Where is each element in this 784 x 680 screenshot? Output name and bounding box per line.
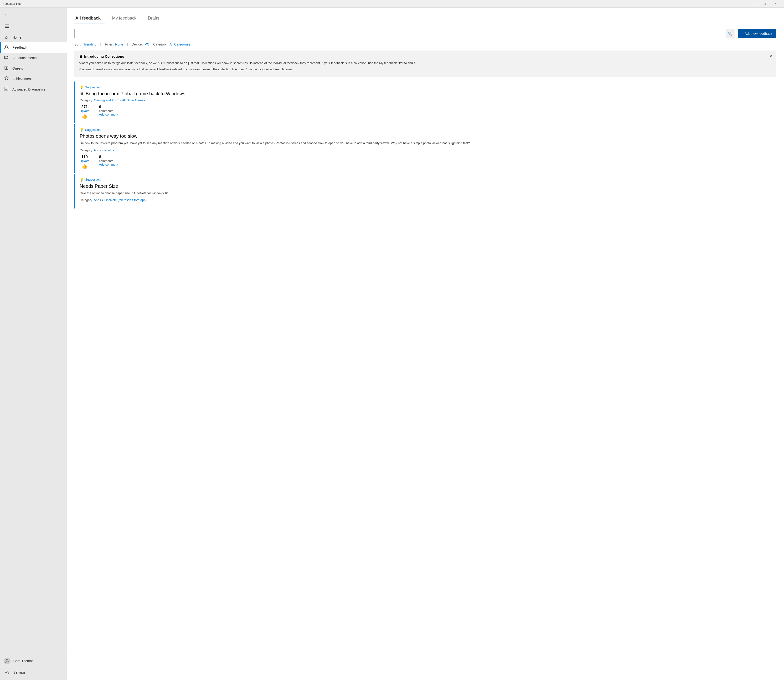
feedback-icon (4, 44, 9, 50)
banner-text-1: A lot of you asked us to merge duplicate… (79, 61, 772, 66)
feedback-actions: 271 Upvote 👍 6 comments Add comment (80, 105, 776, 119)
tab-drafts[interactable]: Drafts (147, 13, 164, 24)
add-comment-link[interactable]: Add comment (99, 163, 118, 166)
upvote-link[interactable]: Upvote (80, 109, 90, 113)
user-profile-item[interactable]: Cora Thomas (0, 655, 67, 667)
svg-point-0 (5, 45, 7, 47)
feedback-category: Category Apps > Photos (80, 148, 776, 152)
home-icon: ⌂ (4, 35, 9, 40)
settings-label: Settings (13, 671, 25, 674)
sort-label: Sort: (74, 42, 82, 46)
upvote-link[interactable]: Upvote (80, 159, 90, 163)
sidebar-item-label: Quests (13, 66, 23, 70)
category-link-onenote[interactable]: OneNote (Microsoft Store app) (104, 198, 147, 202)
suggestion-icon: 💡 (80, 85, 84, 89)
sort-trending-link[interactable]: Trending (84, 42, 96, 46)
device-pc-link[interactable]: PC (145, 42, 149, 46)
quests-icon (4, 66, 9, 71)
feedback-type: 💡 Suggestion (80, 178, 776, 181)
category-link-gaming[interactable]: Gaming and Xbox (94, 98, 119, 102)
category-link-photos[interactable]: Photos (104, 148, 114, 152)
banner-text-2: Your search results may contain collecti… (79, 67, 772, 72)
sidebar-item-quests[interactable]: Quests (0, 63, 67, 74)
titlebar-title: Feedback Hub (3, 2, 748, 5)
feedback-type: 💡 Suggestion (80, 128, 776, 132)
avatar (4, 658, 11, 664)
achievements-icon (4, 76, 9, 82)
suggestion-icon: 💡 (80, 128, 84, 132)
search-row: 🔍 + Add new feedback (74, 29, 776, 38)
minimize-button[interactable]: – (748, 0, 759, 8)
hamburger-button[interactable] (3, 22, 11, 30)
feedback-item: 💡 Suggestion Needs Paper Size Give the o… (74, 174, 776, 209)
banner-title: 🖥 Introducing Collections (79, 54, 772, 58)
feedback-type: 💡 Suggestion (80, 85, 776, 89)
close-button[interactable]: ✕ (770, 0, 781, 8)
info-banner: 🖥 Introducing Collections ✕ A lot of you… (74, 50, 776, 77)
banner-icon: 🖥 (79, 54, 82, 58)
vote-count: 119 (81, 155, 88, 159)
comment-count: 8 (99, 155, 118, 159)
diagnostics-icon (4, 87, 9, 92)
feedback-type-label: Suggestion (85, 128, 101, 132)
main-content: All feedback My feedback Drafts 🔍 + Add … (67, 8, 784, 680)
sidebar-item-label: Home (13, 36, 21, 39)
feedback-category: Category Gaming and Xbox > All Other Gam… (80, 98, 776, 102)
tab-my-feedback[interactable]: My feedback (111, 13, 141, 24)
category-all-link[interactable]: All Categories (170, 42, 190, 46)
sidebar-item-feedback[interactable]: Feedback (0, 42, 67, 53)
settings-item[interactable]: Settings (0, 667, 67, 678)
username: Cora Thomas (13, 659, 34, 663)
sidebar-top: ← (0, 8, 67, 21)
comment-label: comments (99, 159, 118, 163)
sidebar-item-advanced-diagnostics[interactable]: Advanced Diagnostics (0, 84, 67, 94)
feedback-item: 💡 Suggestion Photos opens way too slow I… (74, 124, 776, 173)
feedback-description: Give the option to choose paper size in … (80, 191, 776, 195)
sidebar-nav: ⌂ Home Feedback (0, 32, 67, 653)
feedback-type-label: Suggestion (85, 85, 101, 89)
tab-all-feedback[interactable]: All feedback (74, 13, 106, 24)
add-comment-link[interactable]: Add comment (99, 113, 118, 116)
feedback-title[interactable]: 🖥 Bring the in-box Pinball game back to … (80, 91, 776, 96)
filter-label: Filter: (105, 42, 113, 46)
sidebar-item-home[interactable]: ⌂ Home (0, 32, 67, 42)
add-feedback-button[interactable]: + Add new feedback (738, 29, 777, 38)
search-input[interactable] (75, 29, 726, 38)
comment-section: 8 comments Add comment (99, 155, 118, 166)
upvote-icon[interactable]: 👍 (82, 113, 87, 119)
banner-close-button[interactable]: ✕ (770, 54, 773, 58)
upvote-icon[interactable]: 👍 (82, 163, 87, 169)
settings-icon (4, 669, 11, 676)
sidebar-item-achievements[interactable]: Achievements (0, 74, 67, 84)
vote-section: 119 Upvote 👍 (80, 155, 90, 169)
search-button[interactable]: 🔍 (726, 29, 735, 38)
filter-none-link[interactable]: None (115, 42, 123, 46)
comment-label: comments (99, 109, 118, 113)
app-body: ← ⌂ Home Fe (0, 8, 784, 680)
sidebar-bottom: Cora Thomas Settings (0, 653, 67, 680)
search-box: 🔍 (74, 29, 735, 38)
device-label: Device: (132, 42, 143, 46)
back-button[interactable]: ← (2, 11, 11, 19)
feedback-description: I'm new to the insiders program yet I ha… (80, 141, 776, 146)
vote-count: 271 (81, 105, 88, 109)
suggestion-icon: 💡 (80, 178, 84, 181)
vote-section: 271 Upvote 👍 (80, 105, 90, 119)
svg-point-4 (6, 659, 8, 661)
category-link-apps2[interactable]: Apps (94, 198, 101, 202)
category-link-games[interactable]: All Other Games (122, 98, 145, 102)
feedback-title[interactable]: Needs Paper Size (80, 183, 776, 189)
sidebar-item-announcements[interactable]: Announcements (0, 53, 67, 63)
sidebar-item-label: Advanced Diagnostics (13, 87, 46, 91)
tabs: All feedback My feedback Drafts (74, 13, 776, 24)
announcements-icon (4, 55, 9, 61)
svg-point-5 (6, 672, 8, 673)
feedback-title-icon: 🖥 (80, 91, 84, 96)
comment-section: 6 comments Add comment (99, 105, 118, 116)
feedback-type-label: Suggestion (85, 178, 101, 181)
feedback-title[interactable]: Photos opens way too slow (80, 134, 776, 139)
titlebar-controls: – □ ✕ (748, 0, 781, 8)
category-link-apps[interactable]: Apps (94, 148, 101, 152)
comment-count: 6 (99, 105, 118, 109)
maximize-button[interactable]: □ (759, 0, 770, 8)
